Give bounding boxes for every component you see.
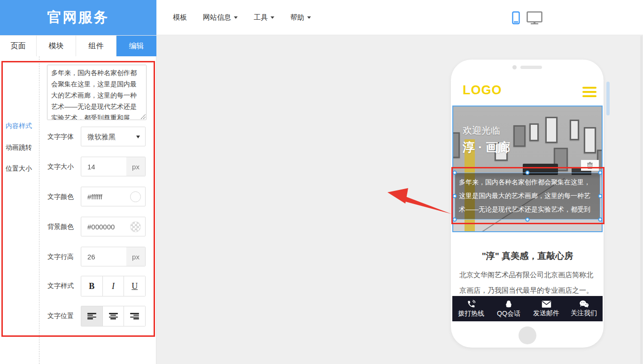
italic-button[interactable]: I [103, 276, 124, 296]
font-family-value: 微软雅黑 [87, 133, 116, 142]
tab-pages[interactable]: 页面 [0, 36, 37, 56]
phone-mockup: LOGO 欢迎光临 淳 · 画廊 [451, 60, 604, 348]
site-logo[interactable]: LOGO [463, 83, 502, 98]
nav-help-label: 帮助 [290, 13, 304, 22]
banner-welcome-text: 欢迎光临 [463, 124, 500, 137]
text-color-input[interactable]: #ffffff [81, 187, 146, 206]
nav-site-info[interactable]: 网站信息 [203, 13, 238, 22]
align-left-icon [87, 313, 96, 319]
edit-panel: 内容样式 动画跳转 位置大小 多年来，国内各种名家创作都会聚集在这里，这里是国内… [0, 56, 156, 364]
section-heading: "淳" 真美感，直敲心房 [452, 250, 603, 262]
tab-edit[interactable]: 编辑 [116, 36, 156, 56]
selection-handle[interactable] [598, 218, 603, 222]
bg-color-input[interactable]: #000000 [81, 217, 146, 236]
bold-button[interactable]: B [81, 276, 103, 296]
align-left-button[interactable] [81, 306, 103, 326]
phone-call-icon [467, 300, 476, 309]
nav-help[interactable]: 帮助 [290, 13, 311, 22]
gallery-frame [513, 125, 526, 147]
nav-site-info-label: 网站信息 [203, 13, 231, 22]
monitor-icon[interactable] [527, 11, 542, 24]
panel-nav-animation-jump[interactable]: 动画跳转 [6, 144, 32, 152]
gallery-frame [452, 132, 460, 158]
selection-handle[interactable] [453, 218, 457, 222]
font-size-input[interactable]: 14 px [81, 157, 146, 176]
qq-chat-label: QQ会话 [497, 310, 520, 318]
brand-title: 官网服务 [47, 8, 109, 27]
delete-button[interactable] [581, 160, 599, 171]
text-color-swatch[interactable] [130, 191, 141, 202]
font-size-unit: px [126, 157, 145, 176]
hotline-button[interactable]: 拨打热线 [452, 296, 490, 321]
nav-template[interactable]: 模板 [173, 13, 187, 22]
text-color-label: 文字颜色 [47, 193, 74, 201]
selection-handle[interactable] [453, 171, 457, 175]
qq-chat-button[interactable]: QQ会话 [490, 296, 527, 321]
phone-speaker-bar [520, 66, 542, 69]
line-height-label: 文字行高 [47, 253, 74, 261]
section-paragraph: 北京文华阁艺术品有限公司北京画店简称北京画店，乃我国当代最早的专业画店之一。应艺… [459, 267, 597, 300]
align-right-icon [130, 313, 139, 319]
panel-nav-position-size[interactable]: 位置大小 [6, 165, 32, 173]
hamburger-menu-icon[interactable] [582, 87, 597, 97]
align-center-icon [109, 313, 118, 319]
resize-handle-icon[interactable] [141, 114, 146, 119]
selection-handle[interactable] [598, 171, 603, 175]
font-family-label: 文字字体 [47, 133, 74, 141]
align-right-button[interactable] [124, 306, 145, 326]
qq-icon [504, 300, 513, 309]
selection-handle[interactable] [526, 218, 530, 222]
selection-handle[interactable] [453, 194, 457, 198]
follow-us-button[interactable]: 关注我们 [565, 296, 603, 321]
text-align-group [81, 306, 146, 326]
phone-bottom-bar: 拨打热线 QQ会话 发送邮件 [452, 296, 603, 321]
gallery-frame [570, 120, 579, 140]
smartphone-icon[interactable] [512, 11, 520, 24]
content-textarea[interactable]: 多年来，国内各种名家创作都会聚集在这里，这里是国内最大的艺术画廊，这里的每一种艺… [47, 65, 147, 120]
line-height-value: 26 [87, 253, 95, 261]
follow-us-label: 关注我们 [571, 309, 597, 318]
line-height-input[interactable]: 26 px [81, 247, 146, 266]
page-scrollbar[interactable] [640, 36, 643, 364]
send-mail-button[interactable]: 发送邮件 [527, 296, 565, 321]
bg-color-value: #000000 [87, 223, 115, 231]
chevron-down-icon [307, 16, 311, 21]
panel-tabs: 页面 模块 组件 编辑 [0, 35, 156, 56]
italic-label: I [112, 281, 115, 291]
gallery-frame [584, 127, 596, 153]
phone-speaker-dot [512, 65, 517, 69]
align-center-button[interactable] [103, 306, 124, 326]
hotline-label: 拨打热线 [458, 310, 484, 318]
panel-divider [39, 56, 39, 364]
tab-modules[interactable]: 模块 [37, 36, 76, 56]
wechat-icon [579, 300, 589, 308]
font-family-select[interactable]: 微软雅黑 [81, 127, 146, 146]
selection-handle[interactable] [526, 171, 530, 175]
phone-home-button[interactable] [519, 326, 536, 344]
selected-text-block[interactable]: 多年来，国内各种名家创作都会聚集在这里，这里是国内最大的艺术画廊，这里的每一种艺… [455, 173, 600, 220]
tab-components[interactable]: 组件 [76, 36, 116, 56]
text-color-value: #ffffff [87, 193, 102, 201]
top-nav: 模板 网站信息 工具 帮助 [173, 0, 311, 35]
underline-button[interactable]: U [124, 276, 145, 296]
gallery-frame [529, 123, 539, 141]
overlay-paragraph: 多年来，国内各种名家创作都会聚集在这里，这里是国内最大的艺术画廊，这里的每一种艺… [455, 173, 600, 220]
banner-title-text: 淳 · 画廊 [463, 139, 510, 156]
font-size-label: 文字大小 [47, 163, 74, 171]
annotation-arrow [387, 186, 452, 216]
text-style-label: 文字样式 [47, 282, 74, 290]
canvas-scrollbar[interactable] [606, 82, 610, 115]
panel-nav-content-style[interactable]: 内容样式 [6, 122, 32, 130]
send-mail-label: 发送邮件 [533, 309, 559, 318]
nav-tools[interactable]: 工具 [254, 13, 274, 22]
gallery-frame [545, 117, 558, 143]
bg-color-swatch[interactable] [130, 221, 141, 232]
trash-icon [587, 162, 593, 169]
chevron-down-icon [136, 136, 140, 140]
line-height-unit: px [126, 247, 145, 266]
device-preview-toggle [512, 0, 542, 35]
selection-handle[interactable] [598, 194, 603, 198]
font-size-value: 14 [87, 163, 95, 171]
text-style-group: B I U [81, 276, 146, 296]
nav-template-label: 模板 [173, 13, 187, 22]
